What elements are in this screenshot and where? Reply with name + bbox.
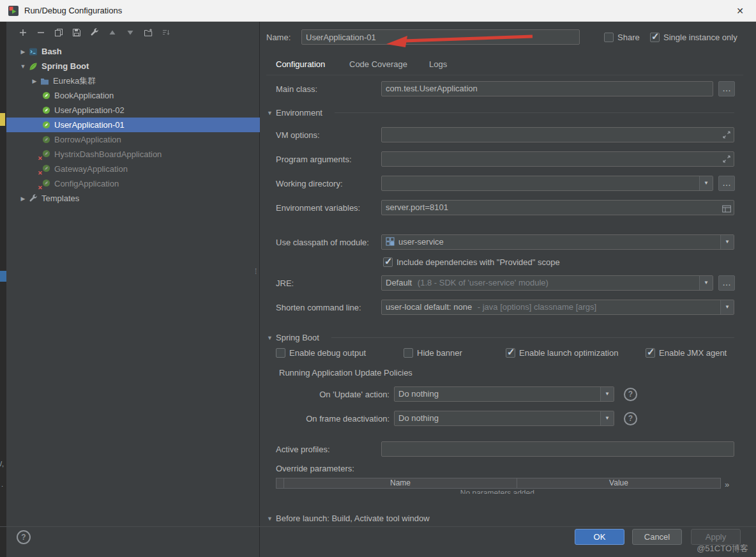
save-configuration-button[interactable] [71,28,82,40]
tree-item-userapplication-02[interactable]: UserApplication-02 [6,103,260,118]
enable-jmx-agent-checkbox[interactable] [646,348,655,358]
tab-configuration[interactable]: Configuration [276,59,325,70]
tree-item-label: Spring Boot [42,61,89,71]
chevron-down-icon[interactable]: ▼ [699,176,713,190]
create-folder-button[interactable] [142,28,154,40]
twisty-expanded-icon[interactable]: ▼ [18,63,28,70]
tree-item-templates[interactable]: ▶ Templates [6,191,260,206]
jre-combo[interactable]: Default (1.8 - SDK of 'user-service' mod… [381,275,713,291]
remove-configuration-button[interactable] [35,28,47,40]
twisty-collapsed-icon[interactable]: ▶ [29,78,40,84]
shorten-command-line-combo[interactable]: user-local default: none - java [options… [381,300,734,315]
chevron-down-icon[interactable]: ▼ [720,235,734,249]
browse-jre-button[interactable]: … [718,275,735,291]
main-class-field[interactable]: com.test.UserApplication [381,81,713,96]
background-text-fragment: . [1,480,3,488]
tree-item-userapplication-01[interactable]: UserApplication-01 [6,118,260,132]
twisty-collapsed-icon[interactable]: ▶ [18,49,28,55]
edit-templates-button[interactable] [89,28,100,40]
help-icon[interactable]: ? [624,412,637,425]
spring-boot-run-icon [41,91,51,101]
main-class-label: Main class: [276,84,317,95]
single-instance-label: Single instance only [663,32,737,43]
tree-item-spring-boot[interactable]: ▼ Spring Boot [6,59,260,73]
environment-section-title[interactable]: Environment [276,107,322,118]
share-checkbox[interactable] [604,33,614,42]
environment-variables-field[interactable]: server.port=8101 [381,200,734,215]
shorten-command-line-hint: - java [options] classname [args] [478,302,596,312]
chevron-down-icon[interactable]: ▼ [720,300,734,314]
spring-boot-section-twisty-icon[interactable]: ▼ [267,334,273,342]
app-icon [8,5,19,19]
spring-boot-run-icon [41,105,51,116]
close-icon[interactable]: ✕ [733,4,747,17]
tree-item-borrowapplication[interactable]: BorrowApplication [6,132,260,147]
tree-item-label: Templates [42,194,79,203]
cancel-button[interactable]: Cancel [632,529,682,545]
more-actions-icon[interactable]: » [725,479,729,490]
working-directory-label: Working directory: [276,178,343,189]
tree-item-bookapplication[interactable]: BookApplication [6,88,260,103]
tab-code-coverage[interactable]: Code Coverage [349,59,407,70]
expand-field-icon[interactable] [722,155,731,164]
spring-boot-run-invalid-icon: ✕ [41,179,51,189]
tree-item-label: BookApplication [54,91,114,100]
enable-launch-optimization-checkbox[interactable] [506,348,515,358]
chevron-down-icon[interactable]: ▼ [600,411,614,425]
chevron-down-icon[interactable]: ▼ [600,387,614,401]
hide-banner-checkbox[interactable] [404,348,413,358]
tab-logs[interactable]: Logs [429,59,447,70]
on-frame-deactivation-combo[interactable]: Do nothing ▼ [394,411,614,426]
classpath-module-combo[interactable]: user-service ▼ [381,234,734,250]
tree-item-label: UserApplication-02 [54,105,125,115]
environment-section-twisty-icon[interactable]: ▼ [267,109,273,117]
single-instance-checkbox[interactable] [650,33,660,42]
tree-item-bash[interactable]: ▶ Bash [6,44,260,59]
provided-scope-checkbox[interactable] [383,257,393,267]
shorten-command-line-value: user-local default: none [386,302,472,312]
name-input[interactable] [301,29,580,45]
before-launch-twisty-icon[interactable]: ▼ [267,515,273,523]
classpath-module-label: Use classpath of module: [276,237,369,248]
tree-item-hystrixdashboardapplication[interactable]: ✕ HystrixDashBoardApplication [6,147,260,162]
copy-configuration-button[interactable] [53,28,64,40]
twisty-collapsed-icon[interactable]: ▶ [18,195,28,202]
splitter-handle[interactable]: ⁞ [255,267,256,276]
expand-field-icon[interactable] [722,130,731,139]
on-update-action-combo[interactable]: Do nothing ▼ [394,386,614,402]
watermark: @51CTO博客 [697,543,748,554]
tree-item-gatewayapplication[interactable]: ✕ GatewayApplication [6,162,260,176]
browse-working-directory-button[interactable]: … [718,176,735,191]
tree-item-eureka-cluster[interactable]: ▶ Eureka集群 [6,73,260,88]
override-parameters-table[interactable]: Name Value No parameters added. [276,478,721,494]
add-configuration-button[interactable] [17,28,29,40]
spring-boot-run-icon [41,120,51,130]
wrench-icon [90,28,99,40]
browse-main-class-button[interactable]: … [718,81,735,96]
table-header-value[interactable]: Value [517,478,720,488]
move-up-button[interactable] [107,28,118,40]
footer-separator [0,526,756,527]
vm-options-input[interactable] [381,127,734,142]
table-header-name[interactable]: Name [284,478,517,488]
background-highlight-yellow [0,113,5,126]
background-highlight-blue [0,271,6,282]
enable-debug-output-checkbox[interactable] [276,348,285,358]
before-launch-title[interactable]: Before launch: Build, Activate tool wind… [276,513,430,524]
help-button[interactable]: ? [17,530,31,544]
working-directory-combo[interactable]: ▼ [381,176,713,191]
tree-item-configapplication[interactable]: ✕ ConfigApplication [6,176,260,191]
move-down-button[interactable] [125,28,136,40]
help-icon[interactable]: ? [624,388,637,401]
spring-boot-section-title[interactable]: Spring Boot [276,332,319,343]
program-arguments-input[interactable] [381,151,734,167]
sort-configurations-button[interactable] [160,28,172,40]
spring-leaf-icon [28,61,38,72]
ok-button[interactable]: OK [575,529,624,545]
browse-variables-icon[interactable] [722,203,731,212]
enable-debug-output-label: Enable debug output [289,347,366,358]
active-profiles-input[interactable] [381,441,734,457]
jre-value: Default [386,278,412,287]
tree-item-label: GatewayApplication [54,164,128,174]
chevron-down-icon[interactable]: ▼ [699,276,713,290]
